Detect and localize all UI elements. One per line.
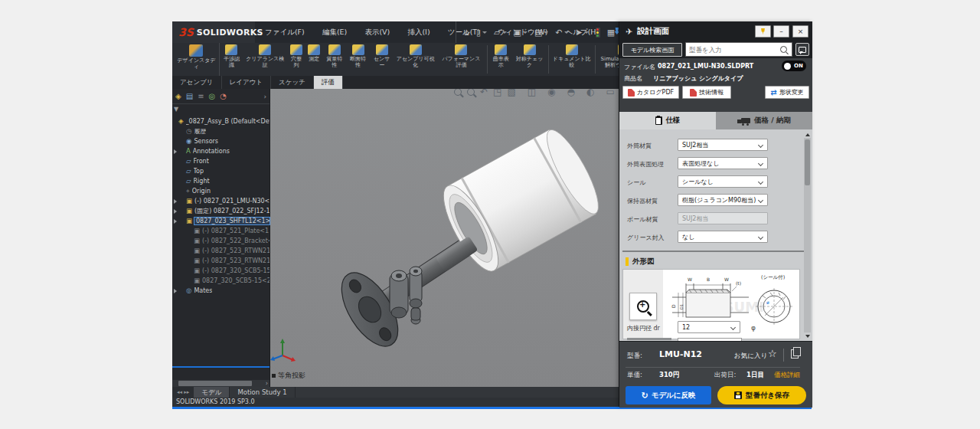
document-compare-button[interactable]: ドキュメント比較: [550, 43, 593, 76]
panel-pin-button[interactable]: [755, 25, 771, 38]
menu-edit[interactable]: 編集(E): [315, 21, 354, 43]
seal-select[interactable]: シールなし: [678, 175, 768, 188]
tree-item-plate[interactable]: ▣(-) 0827_521_Plate<1> (Default): [172, 226, 270, 236]
select-cursor-icon[interactable]: ➤: [576, 28, 589, 37]
menu-insert[interactable]: 挿入(I): [400, 21, 436, 43]
model-search-button[interactable]: モデル検索画面: [622, 43, 682, 57]
open-icon[interactable]: ▱: [494, 28, 506, 37]
zoom-area-icon[interactable]: [467, 89, 475, 96]
favorite-star-icon[interactable]: ☆: [768, 348, 777, 359]
clearance-verification-button[interactable]: クリアランス検証: [243, 43, 287, 76]
search-icon[interactable]: [780, 46, 787, 53]
tree-item-shftl12[interactable]: ▣0827_023_SHFTL12<1> (Default<D: [172, 216, 270, 226]
performance-evaluation-button[interactable]: パフォーマンス評価: [437, 43, 485, 76]
tree-horizontal-scrollbar[interactable]: ›: [172, 380, 270, 387]
scroll-down-icon[interactable]: [804, 332, 811, 339]
home-icon[interactable]: ⌂: [464, 28, 469, 37]
tab-sketch[interactable]: スケッチ: [271, 76, 314, 89]
save-icon[interactable]: ▣: [514, 28, 528, 37]
tab-spec[interactable]: 仕様: [619, 112, 716, 129]
grease-select[interactable]: なし: [678, 231, 768, 243]
tree-item-front-plane[interactable]: ▱Front: [172, 156, 270, 166]
tree-item-scb5-1[interactable]: ▣(-) 0827_320_SCB5-15<1> (Default: [172, 266, 270, 276]
inscribed-diameter-select[interactable]: 12: [678, 321, 740, 333]
tree-item-rtwn21-1[interactable]: ▣(-) 0827_523_RTWN21<1> (Defaul: [172, 246, 270, 256]
tree-filter-icon[interactable]: ▼: [174, 106, 178, 113]
price-detail-link[interactable]: 価格詳細: [774, 371, 800, 380]
zoom-fit-icon[interactable]: [454, 89, 462, 96]
link-toggle[interactable]: ON: [782, 61, 806, 71]
tree-item-origin[interactable]: ⌖Origin: [172, 186, 270, 196]
tab-model[interactable]: モデル: [194, 387, 230, 398]
tab-layout[interactable]: レイアウト: [222, 76, 272, 89]
assembly-visualization-button[interactable]: アセンブリ可視化: [394, 43, 437, 76]
tree-tabs-chevron-icon[interactable]: ›: [263, 93, 266, 100]
edit-appearance-icon[interactable]: ◓: [567, 89, 581, 97]
scroll-right-icon[interactable]: ›: [266, 380, 268, 387]
undo-icon[interactable]: ↶: [555, 28, 568, 37]
view-orientation-icon[interactable]: ▧: [507, 89, 521, 97]
tree-item-annotations[interactable]: AAnnotations: [172, 146, 270, 156]
tree-item-top-plane[interactable]: ▱Top: [172, 166, 270, 176]
drawing-zoom-button[interactable]: [629, 293, 657, 320]
hole-alignment-button[interactable]: 穴整列: [287, 43, 306, 76]
tree-item-history[interactable]: ◷履歴: [172, 126, 270, 136]
tree-item-lmu-n30[interactable]: ▣(-) 0827_021_LMU-N30<1> (Defaul: [172, 196, 270, 206]
dimxpertmanager-tab-icon[interactable]: ◎: [209, 93, 216, 100]
tree-item-bracket[interactable]: ▣(-) 0827_522_Bracket<1> (Default): [172, 236, 270, 246]
design-study-button[interactable]: デザインスタディ: [172, 43, 220, 76]
surface-treatment-select[interactable]: 表面処理なし: [678, 157, 768, 169]
panel-scrollbar[interactable]: [804, 131, 811, 339]
featuremanager-tab-icon[interactable]: ◈: [175, 93, 181, 100]
tree-item-right-plane[interactable]: ▱Right: [172, 176, 270, 186]
shape-change-button[interactable]: ⇄形状変更: [765, 86, 809, 99]
menu-view[interactable]: 表示(V): [358, 21, 397, 43]
section-view-icon[interactable]: ◳: [493, 89, 501, 97]
curvature-display-button[interactable]: 曲率表示: [489, 43, 513, 76]
new-document-icon[interactable]: ▯: [476, 28, 487, 37]
tab-evaluate[interactable]: 評価: [314, 76, 343, 89]
displaymanager-tab-icon[interactable]: ◔: [220, 93, 227, 100]
display-style-icon[interactable]: ◫: [528, 89, 542, 97]
hide-show-items-icon[interactable]: ◉: [547, 89, 561, 97]
tree-item-rtwn21-2[interactable]: ▣(-) 0827_523_RTWN21<2> (Defaul: [172, 256, 270, 266]
mass-properties-button[interactable]: 質量特性: [322, 43, 346, 76]
comment-button[interactable]: [795, 43, 809, 56]
catalog-pdf-button[interactable]: カタログPDF: [622, 86, 679, 99]
tab-price-delivery[interactable]: 価格 / 納期: [716, 112, 812, 129]
outer-material-select[interactable]: SUJ2相当: [678, 139, 768, 151]
scrollbar-thumb[interactable]: [805, 139, 810, 185]
tab-nav-arrows[interactable]: ◂◂ ▸▸: [172, 387, 194, 398]
file-properties-icon[interactable]: ▦: [607, 28, 615, 37]
panel-close-button[interactable]: ×: [792, 25, 808, 38]
propertymanager-tab-icon[interactable]: ▤: [186, 93, 193, 100]
scroll-up-icon[interactable]: [804, 131, 811, 138]
tab-motion-study[interactable]: Motion Study 1: [230, 387, 295, 398]
copy-icon[interactable]: [791, 349, 799, 359]
apply-to-model-button[interactable]: ↻ モデルに反映: [626, 386, 711, 404]
scrollbar-thumb[interactable]: [178, 381, 252, 386]
section-properties-button[interactable]: 断面特性: [346, 43, 370, 76]
apply-scene-icon[interactable]: ◐: [586, 89, 600, 97]
symmetry-check-button[interactable]: 対称チェック: [513, 43, 547, 76]
sensor-button[interactable]: センサー: [370, 43, 394, 76]
part-number-input[interactable]: [686, 46, 780, 54]
save-with-part-number-button[interactable]: 型番付き保存: [717, 386, 806, 404]
tech-info-button[interactable]: 技術情報: [682, 86, 731, 99]
retainer-material-select[interactable]: 樹脂(ジュラコンM90相当): [678, 194, 768, 206]
previous-view-icon[interactable]: ↶: [480, 89, 488, 97]
panel-minimize-button[interactable]: –: [773, 25, 789, 38]
interference-detection-button[interactable]: 干渉認識: [220, 43, 243, 76]
tree-rollback-bar[interactable]: [172, 366, 270, 368]
rebuild-traffic-light-icon[interactable]: [596, 28, 600, 38]
tree-item-sfj12-140[interactable]: ▣(固定) 0827_022_SFJ12-140<1> (D: [172, 206, 270, 216]
tree-item-sensors[interactable]: ◉Sensors: [172, 136, 270, 146]
tree-item-scb5-2[interactable]: ▣0827_320_SCB5-15<2> (Default): [172, 276, 270, 286]
tree-item-mates[interactable]: ◎Mates: [172, 286, 270, 296]
print-icon[interactable]: ▤: [534, 28, 548, 37]
menu-file[interactable]: ファイル(F): [258, 21, 312, 43]
configurationmanager-tab-icon[interactable]: ≡: [198, 93, 204, 100]
tree-root-item[interactable]: ◈ _0827_Assy_B (Default<Default_Displa: [172, 116, 270, 126]
tab-assembly[interactable]: アセンブリ: [172, 76, 222, 89]
measure-button[interactable]: 測定: [305, 43, 322, 76]
